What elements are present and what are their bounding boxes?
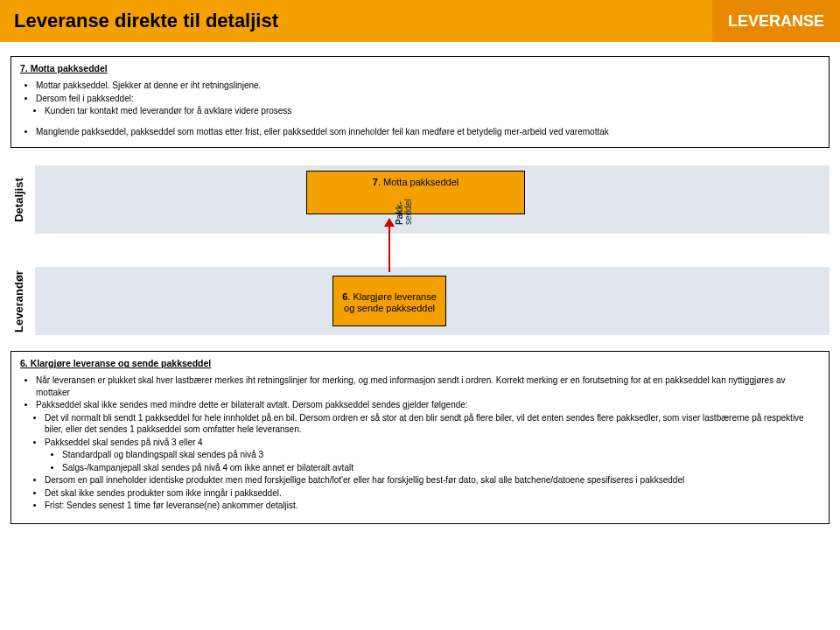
title-bar: Leveranse direkte til detaljist LEVERANS… <box>0 0 840 42</box>
info-box-heading: 7. Motta pakkseddel <box>20 62 820 74</box>
list-item: Det vil normalt bli sendt 1 pakkseddel f… <box>45 412 820 436</box>
node-text: . Klargjøre leveranse og sende pakksedde… <box>344 291 437 313</box>
list-item: Salgs-/kampanjepall skal sendes på nivå … <box>62 462 820 474</box>
info-box-step6: 6. Klargjøre leveranse og sende pakksedd… <box>10 351 830 524</box>
swimlane-diagram: Detaljist Leverandør 7. Motta pakkseddel… <box>0 155 840 347</box>
arrow-up-icon <box>388 220 390 272</box>
bullet-list-inner2: Standardpall og blandingspall skal sende… <box>20 449 820 473</box>
list-item: Mottar pakkseddel. Sjekker at denne er i… <box>36 80 820 92</box>
list-item: Kunden tar kontakt med leverandør for å … <box>45 105 820 117</box>
list-item: Dersom feil i pakkseddel: <box>36 93 820 105</box>
bullet-list-inner: Det vil normalt bli sendt 1 pakkseddel f… <box>20 412 820 449</box>
bullet-list: Når leveransen er plukket skal hver last… <box>20 374 820 411</box>
list-item: Pakkseddel skal sendes på nivå 3 eller 4 <box>45 437 820 449</box>
node-text: . Motta pakkseddel <box>378 177 458 187</box>
list-item: Det skal ikke sendes produkter som ikke … <box>45 487 820 500</box>
list-item: Når leveransen er plukket skal hver last… <box>36 374 820 398</box>
bullet-list-inner: Dersom en pall inneholder identiske prod… <box>20 474 820 512</box>
list-item: Frist: Sendes senest 1 time før leverans… <box>45 500 820 512</box>
lane-label-detaljist: Detaljist <box>7 165 30 234</box>
node-step6: 6. Klargjøre leveranse og sende pakksedd… <box>332 276 446 326</box>
page-title: Leveranse direkte til detaljist <box>14 10 278 32</box>
list-item: Dersom en pall inneholder identiske prod… <box>45 474 820 486</box>
lane-label-leverandor: Leverandør <box>7 267 30 335</box>
info-box-heading: 6. Klargjøre leveranse og sende pakksedd… <box>20 357 820 369</box>
arrow-label: Pakk- seddel <box>396 200 412 225</box>
bullet-list: Manglende pakkseddel, pakkseddel som mot… <box>20 126 820 138</box>
bullet-list: Mottar pakkseddel. Sjekker at denne er i… <box>20 80 820 104</box>
info-box-step7: 7. Motta pakkseddel Mottar pakkseddel. S… <box>10 56 830 148</box>
section-tag: LEVERANSE <box>712 0 840 42</box>
list-item: Pakkseddel skal ikke sendes med mindre d… <box>36 399 820 411</box>
list-item: Standardpall og blandingspall skal sende… <box>62 449 820 461</box>
bullet-list-inner: Kunden tar kontakt med leverandør for å … <box>20 105 820 117</box>
node-step7: 7. Motta pakkseddel <box>306 171 525 214</box>
slide: Leveranse direkte til detaljist LEVERANS… <box>0 0 840 630</box>
list-item: Manglende pakkseddel, pakkseddel som mot… <box>36 126 820 138</box>
